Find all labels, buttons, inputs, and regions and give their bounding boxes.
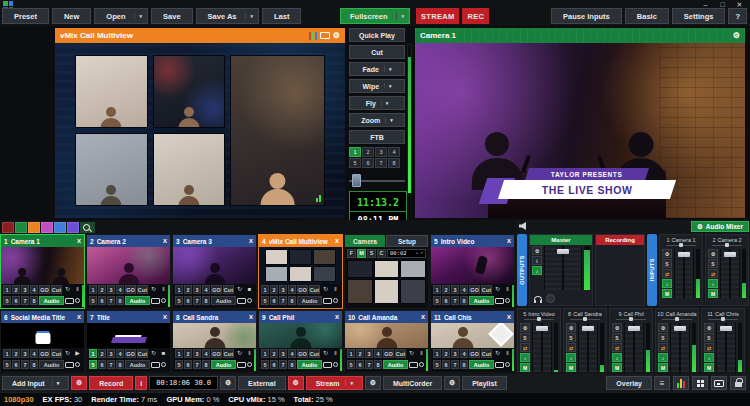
audio-button[interactable]: Audio [297,360,322,369]
new-button[interactable]: New [52,8,91,24]
settings-button[interactable]: Settings [672,8,726,24]
audio-bus-icon[interactable]: ♪ [708,279,718,288]
record-settings-gear-icon[interactable]: ⚙ [71,376,87,390]
overlay-7-button[interactable]: 7 [451,360,459,369]
preset-1-button[interactable]: 1 [349,147,361,157]
overlay-2-button[interactable]: 2 [270,285,278,294]
input-slot-11[interactable]: 11Call ChisX1234GOCut↻‖5678Audio [430,310,515,373]
transition-zoom-button[interactable]: Zoom▾ [349,113,405,127]
transition-wipe-button[interactable]: Wipe▾ [349,79,405,93]
overlay-1-button[interactable]: 1 [261,285,269,294]
input-slot-1[interactable]: 1Camera 1X1234GOCut↻‖5678Audio [0,234,85,309]
external-display-icon[interactable] [711,376,727,390]
list-view-icon[interactable]: ≡ [654,376,670,390]
overlay-2-button[interactable]: 2 [442,285,450,294]
call-participant-tile[interactable] [347,279,373,304]
solo-button[interactable]: S [658,333,668,342]
cut-button[interactable]: Cut [137,285,148,294]
gear-icon[interactable]: ⚙ [733,31,740,40]
input-thumbnail[interactable] [259,323,342,348]
help-button[interactable]: ? [728,8,747,24]
overlay-1-button[interactable]: 1 [433,349,441,358]
program-header[interactable]: Camera 1 ⚙ [415,28,745,43]
balance-slider[interactable] [656,317,698,322]
preview-header[interactable]: vMix Call Multiview ⚙ [55,28,345,43]
audio-button[interactable]: Audio [39,296,64,305]
input-thumbnail[interactable] [87,323,170,348]
overlay-6-button[interactable]: 6 [184,360,192,369]
monitor-icon[interactable] [65,362,74,368]
preset-4-button[interactable]: 4 [388,147,400,157]
gear-icon[interactable]: ⚙ [566,323,576,332]
go-button[interactable]: GO [211,349,222,358]
overlay-2-button[interactable]: 2 [442,349,450,358]
overlay-8-button[interactable]: 8 [30,296,38,305]
input-slot-4[interactable]: 4vMix Call MultiviewX1234GOCut↻‖5678Audi… [258,234,343,309]
preset-3-button[interactable]: 3 [375,147,387,157]
overlay-2-button[interactable]: 2 [12,349,20,358]
overlay-6-button[interactable]: 6 [12,360,20,369]
solo-icon[interactable] [333,362,338,367]
preset-6-button[interactable]: 6 [362,158,374,168]
close-input-icon[interactable]: X [335,238,339,244]
loop-icon[interactable]: ↻ [63,349,72,358]
input-thumbnail[interactable] [431,247,514,284]
go-button[interactable]: GO [297,285,308,294]
cut-button[interactable]: Cut [349,45,405,59]
monitor-icon[interactable] [323,298,332,304]
chevron-down-icon[interactable]: ▾ [134,13,143,19]
search-icon[interactable] [80,222,95,233]
go-button[interactable]: GO [125,349,136,358]
cut-button[interactable]: Cut [481,285,492,294]
multicorder-settings-gear-icon[interactable]: ⚙ [365,376,381,390]
overlay-4-button[interactable]: 4 [288,285,296,294]
basic-button[interactable]: Basic [625,8,669,24]
playstate-icon[interactable]: ‖ [159,285,168,294]
monitor-icon[interactable] [495,298,504,304]
close-input-icon[interactable]: X [421,314,425,320]
overlay-5-button[interactable]: 5 [3,360,11,369]
overlay-button[interactable]: Overlay [606,376,652,390]
overlay-6-button[interactable]: 6 [184,296,192,305]
solo-icon[interactable] [505,362,510,367]
audio-button[interactable]: Audio [125,296,150,305]
call-participant-tile[interactable] [374,260,400,278]
overlay-2-button[interactable]: 2 [184,349,192,358]
playstate-icon[interactable]: ▶ [73,349,82,358]
solo-icon[interactable] [75,362,80,367]
save-button[interactable]: Save [151,8,193,24]
transition-fly-button[interactable]: Fly▾ [349,96,405,110]
playstate-icon[interactable]: ‖ [73,285,82,294]
overlay-2-button[interactable]: 2 [12,285,20,294]
sync-arrows-icon[interactable]: ⇄ [658,343,668,352]
category-color-1[interactable] [2,222,14,233]
overlay-1-button[interactable]: 1 [3,349,11,358]
overlay-1-button[interactable]: 1 [3,285,11,294]
sync-arrows-icon[interactable]: ⇄ [520,343,530,352]
go-button[interactable]: GO [297,349,308,358]
preset-7-button[interactable]: 7 [375,158,387,168]
mute-button[interactable]: M [662,289,672,298]
audio-button[interactable]: Audio [125,360,150,369]
overlay-8-button[interactable]: 8 [116,296,124,305]
overlay-6-button[interactable]: 6 [356,360,364,369]
solo-button[interactable]: S [708,259,718,268]
overlay-3-button[interactable]: 3 [279,285,287,294]
slider-knob[interactable] [674,326,686,331]
chevron-down-icon[interactable]: ▾ [245,13,254,19]
overlay-5-button[interactable]: 5 [89,360,97,369]
volume-slider[interactable] [532,323,552,372]
overlay-2-button[interactable]: 2 [356,349,364,358]
record-button[interactable]: Record [89,376,133,390]
close-input-icon[interactable]: X [163,314,167,320]
audio-mixer-button[interactable]: ⚙ Audio Mixer [691,221,749,232]
monitor-icon[interactable] [65,298,74,304]
balance-slider[interactable] [518,317,560,322]
gear-icon[interactable]: ⚙ [708,249,718,258]
balance-knob[interactable] [679,243,683,247]
solo-icon[interactable] [247,362,252,367]
close-input-icon[interactable]: X [77,314,81,320]
info-button[interactable]: i [532,256,542,265]
ftb-button[interactable]: FTB [349,130,405,144]
overlay-3-button[interactable]: 3 [107,285,115,294]
